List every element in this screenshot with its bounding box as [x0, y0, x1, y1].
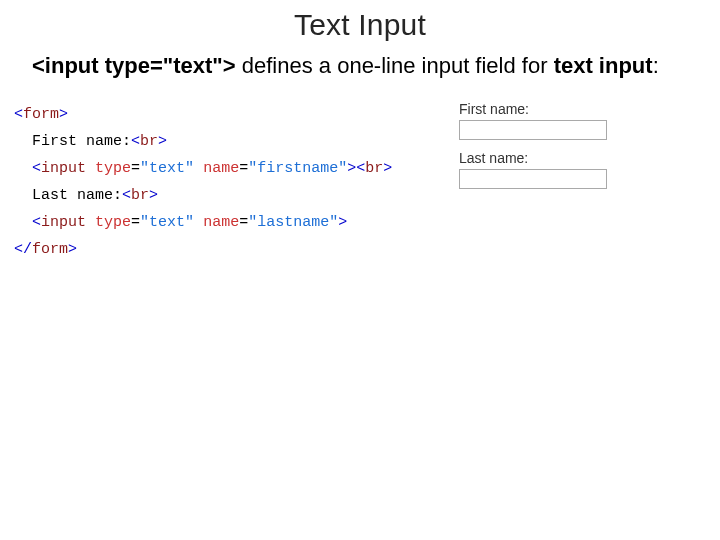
code-token: < — [122, 187, 131, 204]
code-token: Last name: — [32, 187, 122, 204]
code-token — [14, 133, 32, 150]
code-token — [14, 214, 32, 231]
desc-tail: : — [653, 53, 659, 78]
code-token: "firstname" — [248, 160, 347, 177]
page-title: Text Input — [18, 8, 702, 42]
form-preview: First name: Last name: — [459, 101, 684, 199]
desc-text-mid: defines a one-line input field for — [236, 53, 554, 78]
code-token — [194, 214, 203, 231]
code-token — [194, 160, 203, 177]
code-token: name — [203, 160, 239, 177]
description: <input type="text"> defines a one-line i… — [32, 52, 702, 81]
last-name-input[interactable] — [459, 169, 607, 189]
code-token: > — [383, 160, 392, 177]
code-token: > — [149, 187, 158, 204]
code-token: < — [14, 106, 23, 123]
code-token: = — [239, 160, 248, 177]
code-token — [14, 187, 32, 204]
code-token — [14, 160, 32, 177]
code-token: "text" — [140, 214, 194, 231]
columns: <form> First name:<br> <input type="text… — [18, 101, 702, 263]
code-block: <form> First name:<br> <input type="text… — [14, 101, 392, 263]
first-name-label: First name: — [459, 101, 684, 117]
code-token: name — [203, 214, 239, 231]
slide: Text Input <input type="text"> defines a… — [0, 0, 720, 540]
code-token: form — [32, 241, 68, 258]
first-name-input[interactable] — [459, 120, 607, 140]
code-token: = — [239, 214, 248, 231]
code-token: br — [140, 133, 158, 150]
code-token: br — [365, 160, 383, 177]
code-token: </ — [14, 241, 32, 258]
code-token: < — [32, 214, 41, 231]
code-token — [86, 160, 95, 177]
code-token: > — [338, 214, 347, 231]
code-token: type — [95, 214, 131, 231]
code-token: br — [131, 187, 149, 204]
code-token: "text" — [140, 160, 194, 177]
code-token: "lastname" — [248, 214, 338, 231]
code-token: First name: — [32, 133, 131, 150]
desc-bold-term: text input — [554, 53, 653, 78]
code-token — [86, 214, 95, 231]
code-token: > — [158, 133, 167, 150]
code-token: input — [41, 160, 86, 177]
code-token: < — [32, 160, 41, 177]
code-token: < — [356, 160, 365, 177]
last-name-label: Last name: — [459, 150, 684, 166]
code-token: > — [347, 160, 356, 177]
code-token: > — [68, 241, 77, 258]
code-token: form — [23, 106, 59, 123]
desc-code-inline: <input type="text"> — [32, 53, 236, 78]
code-token: < — [131, 133, 140, 150]
code-token: input — [41, 214, 86, 231]
code-token: = — [131, 214, 140, 231]
code-token: = — [131, 160, 140, 177]
code-token: type — [95, 160, 131, 177]
code-token: > — [59, 106, 68, 123]
